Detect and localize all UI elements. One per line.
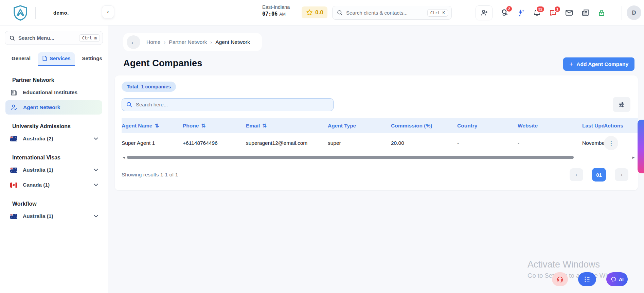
australia-flag-icon bbox=[10, 136, 17, 141]
announcements-count-badge: 2 bbox=[506, 5, 513, 12]
col-email[interactable]: Email ⇅ bbox=[246, 123, 328, 129]
chevron-right-icon: › bbox=[164, 39, 165, 45]
search-icon bbox=[126, 101, 132, 108]
col-agent-name[interactable]: Agent Name ⇅ bbox=[122, 123, 183, 129]
add-agent-company-button[interactable]: + Add Agent Company bbox=[563, 57, 634, 71]
scrollbar-thumb[interactable] bbox=[127, 156, 574, 159]
results-summary: Showing results 1-1 of 1 bbox=[122, 172, 178, 178]
edge-gradient-handle[interactable] bbox=[638, 120, 644, 173]
chevron-down-icon[interactable] bbox=[94, 137, 98, 140]
cell-agent-type: super bbox=[328, 140, 391, 146]
cell-commission: 20.00 bbox=[391, 140, 457, 146]
cell-country: - bbox=[457, 140, 518, 146]
scroll-left-arrow-icon[interactable]: ◄ bbox=[122, 155, 126, 159]
security-lock-button[interactable] bbox=[597, 9, 606, 17]
header-divider bbox=[622, 6, 622, 20]
user-avatar[interactable]: D bbox=[627, 5, 641, 20]
tab-general[interactable]: General bbox=[7, 52, 35, 66]
header-icon-row: 2 32 bbox=[476, 0, 606, 25]
sort-icon[interactable]: ⇅ bbox=[155, 123, 159, 129]
tasks-fab-button[interactable] bbox=[578, 272, 596, 286]
tab-label: Services bbox=[50, 55, 71, 61]
brand-zone: demo. bbox=[0, 0, 108, 25]
chat-alerts-button[interactable]: 1 bbox=[549, 9, 557, 17]
column-settings-button[interactable] bbox=[613, 97, 630, 112]
clock-meridiem: AM bbox=[279, 12, 286, 17]
sort-icon[interactable]: ⇅ bbox=[262, 123, 267, 129]
cell-email: superagent12@email.com bbox=[246, 140, 328, 146]
next-page-button[interactable]: › bbox=[615, 168, 628, 181]
sidebar-item-label: Australia (2) bbox=[23, 136, 53, 142]
cell-agent-name: Super Agent 1 bbox=[122, 140, 183, 146]
sidebar-item-ua-australia[interactable]: Australia (2) bbox=[5, 132, 102, 146]
table-search[interactable] bbox=[122, 98, 334, 111]
sidebar-item-educational-institutes[interactable]: Educational Institutes bbox=[5, 85, 102, 100]
timezone-label: East-Indiana bbox=[262, 4, 303, 10]
mail-button[interactable] bbox=[565, 8, 573, 17]
brand-divider bbox=[35, 7, 36, 19]
ai-label: AI bbox=[619, 277, 624, 282]
sort-icon[interactable]: ⇅ bbox=[201, 123, 205, 129]
row-actions-button[interactable]: ⋮ bbox=[604, 136, 618, 150]
star-icon bbox=[306, 9, 313, 16]
sidebar-collapse-button[interactable]: ‹ bbox=[102, 5, 114, 18]
section-title-workflow: Workflow bbox=[12, 201, 108, 207]
chevron-down-icon[interactable] bbox=[94, 184, 98, 186]
tab-settings[interactable]: Settings bbox=[78, 52, 106, 66]
sidebar-item-wf-australia[interactable]: Australia (1) bbox=[5, 209, 102, 223]
cell-website: - bbox=[518, 140, 582, 146]
headset-icon bbox=[556, 276, 564, 283]
global-search-input[interactable] bbox=[346, 10, 424, 16]
add-button-label: Add Agent Company bbox=[576, 61, 628, 67]
lock-icon bbox=[597, 9, 606, 17]
chat-bubble-icon bbox=[610, 276, 617, 282]
prev-page-button[interactable]: ‹ bbox=[570, 168, 583, 181]
notifications-count-badge: 32 bbox=[536, 6, 545, 13]
sidebar-nav: Partner Network Educational Institutes A… bbox=[0, 66, 108, 223]
col-agent-type: Agent Type bbox=[328, 123, 391, 129]
sidebar-item-label: Canada (1) bbox=[23, 182, 50, 188]
table-row[interactable]: Super Agent 1 +61148764496 superagent12@… bbox=[122, 133, 638, 153]
notifications-button[interactable]: 32 bbox=[533, 9, 541, 17]
menu-search[interactable]: Ctrl m bbox=[5, 31, 103, 45]
tab-services[interactable]: Services bbox=[38, 52, 75, 66]
chevron-down-icon[interactable] bbox=[94, 215, 98, 218]
table-search-input[interactable] bbox=[136, 102, 329, 107]
timezone-clock: East-Indiana 07:06 AM bbox=[262, 4, 303, 17]
add-user-button[interactable] bbox=[476, 5, 493, 20]
document-icon bbox=[42, 55, 47, 61]
sidebar-tabs: General Services Settings bbox=[0, 52, 108, 66]
chevron-down-icon[interactable] bbox=[94, 169, 98, 171]
scrollbar-track[interactable] bbox=[126, 156, 631, 159]
mail-icon bbox=[565, 8, 573, 17]
page-1-button[interactable]: 01 bbox=[592, 168, 606, 182]
total-count-badge: Total: 1 companies bbox=[122, 82, 176, 92]
breadcrumb-home[interactable]: Home bbox=[146, 39, 160, 45]
chevron-left-icon: ‹ bbox=[107, 9, 109, 15]
ai-assistant-fab-button[interactable]: AI bbox=[606, 272, 628, 286]
sidebar-item-agent-network[interactable]: Agent Network bbox=[5, 100, 102, 115]
menu-search-input[interactable] bbox=[18, 35, 76, 41]
plus-icon: + bbox=[569, 61, 573, 68]
col-phone[interactable]: Phone ⇅ bbox=[183, 123, 246, 129]
brand-name: demo. bbox=[53, 10, 69, 16]
section-title-university-admissions: University Admissions bbox=[12, 123, 108, 130]
arrow-left-icon: ← bbox=[130, 38, 137, 46]
back-button[interactable]: ← bbox=[127, 35, 140, 49]
breadcrumb-partner-network[interactable]: Partner Network bbox=[169, 39, 207, 45]
col-country: Country bbox=[457, 123, 518, 129]
support-fab-button[interactable] bbox=[552, 272, 568, 286]
ai-sparkles-button[interactable] bbox=[517, 8, 525, 17]
search-shortcut-badge: Ctrl K bbox=[427, 9, 448, 17]
breadcrumb: Home › Partner Network › Agent Network bbox=[146, 39, 250, 45]
table-footer: Showing results 1-1 of 1 ‹ 01 › bbox=[122, 168, 638, 182]
agent-companies-card: Total: 1 companies bbox=[115, 75, 638, 190]
sidebar-item-iv-australia[interactable]: Australia (1) bbox=[5, 163, 102, 177]
scroll-right-arrow-icon[interactable]: ► bbox=[631, 155, 636, 159]
rating-badge[interactable]: 0.0 bbox=[302, 6, 327, 18]
announcements-button[interactable]: 2 bbox=[500, 8, 509, 17]
global-search[interactable]: Ctrl K bbox=[332, 6, 452, 20]
news-button[interactable] bbox=[581, 8, 590, 17]
sidebar-item-iv-canada[interactable]: Canada (1) bbox=[5, 178, 102, 192]
cell-phone: +61148764496 bbox=[183, 140, 246, 146]
